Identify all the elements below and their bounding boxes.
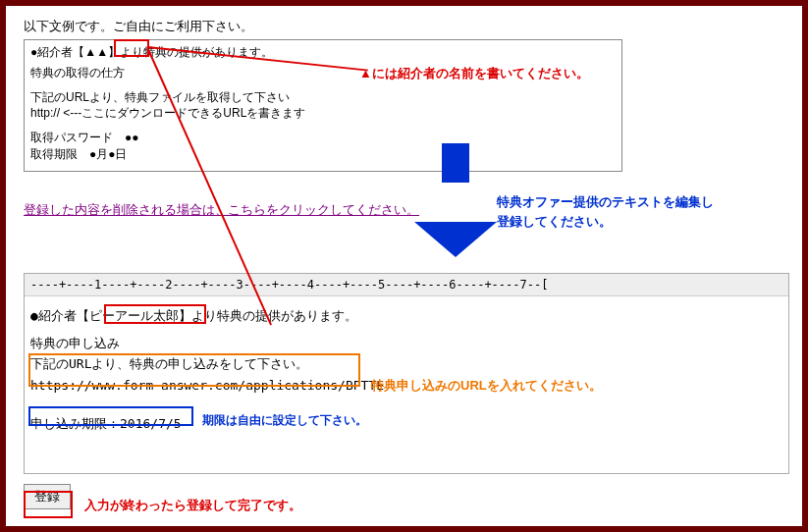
example-line-1: ●紹介者【ピーアール太郎】より特典の提供があります。 xyxy=(30,306,782,326)
annotation-url-note: 特典申し込みのURLを入れてください。 xyxy=(371,377,602,395)
template-line-4: http:// <---ここにダウンロードできるURLを書きます xyxy=(30,105,616,122)
template-line-3: 下記のURLより、特典ファイルを取得して下さい xyxy=(30,89,616,106)
example-suffix: 】より特典の提供があります。 xyxy=(179,308,357,323)
template-line-7: ＿＿＿＿＿＿＿＿＿＿＿＿＿＿＿＿＿＿＿＿＿＿＿＿＿ xyxy=(30,163,616,172)
template-line-5: 取得パスワード ●● xyxy=(30,130,616,146)
down-arrow-icon xyxy=(428,183,483,261)
intro-text: 以下文例です。ご自由にご利用下さい。 xyxy=(24,18,784,35)
referrer-name: ピーアール太郎 xyxy=(89,308,179,323)
example-line-3: 下記のURLより、特典の申し込みをして下さい。 xyxy=(30,354,782,374)
content-area: 以下文例です。ご自由にご利用下さい。 ●紹介者【▲▲】より特典の提供があります。… xyxy=(6,6,802,523)
example-line-5: 申し込み期限：2016/7/5 xyxy=(30,414,782,434)
example-line-2: 特典の申し込み xyxy=(30,334,782,353)
annotation-edit-line2: 登録してください。 xyxy=(497,214,612,229)
annotation-referrer-note: ▲には紹介者の名前を書いてください。 xyxy=(359,65,589,82)
template-line-1: ●紹介者【▲▲】より特典の提供があります。 xyxy=(30,44,616,61)
template-line-6: 取得期限 ●月●日 xyxy=(30,146,616,163)
example-prefix: ●紹介者【 xyxy=(30,308,89,323)
register-button[interactable]: 登録 xyxy=(24,484,71,509)
ruler-bar: ----+----1----+----2----+----3----+----4… xyxy=(25,274,788,296)
template-textarea[interactable]: ●紹介者【▲▲】より特典の提供があります。 特典の取得の仕方 下記のURLより、… xyxy=(24,39,622,172)
app-frame: 以下文例です。ご自由にご利用下さい。 ●紹介者【▲▲】より特典の提供があります。… xyxy=(0,0,808,532)
annotation-edit-line1: 特典オファー提供のテキストを編集し xyxy=(497,194,714,209)
delete-link[interactable]: 登録した内容を削除される場合は、こちらをクリックしてください。 xyxy=(24,201,419,219)
annotation-register-note: 入力が終わったら登録して完了です。 xyxy=(84,497,301,514)
annotation-deadline-note: 期限は自由に設定して下さい。 xyxy=(202,412,367,429)
annotation-edit-note: 特典オファー提供のテキストを編集し 登録してください。 xyxy=(497,192,714,231)
editor-container: ----+----1----+----2----+----3----+----4… xyxy=(24,273,789,474)
